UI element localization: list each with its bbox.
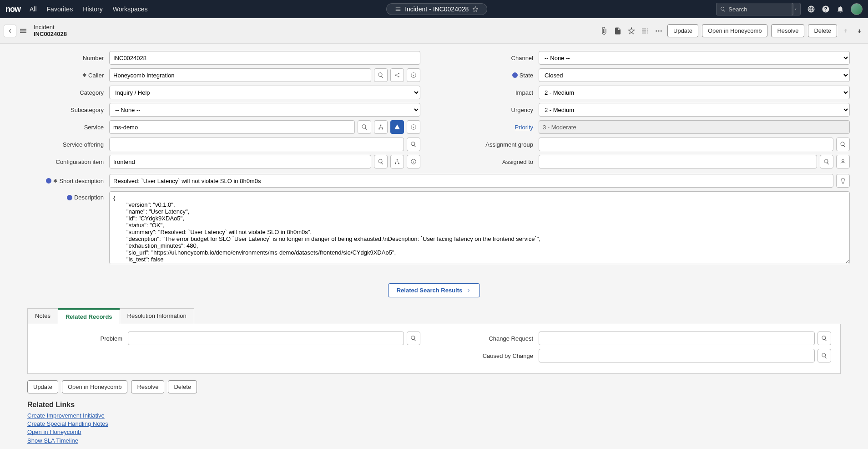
assigned-to-lookup[interactable] <box>820 155 833 168</box>
update-button[interactable]: Update <box>667 24 698 37</box>
tab-resolution-information[interactable]: Resolution Information <box>120 308 194 324</box>
subcategory-field[interactable]: -- None -- <box>109 103 420 117</box>
problem-lookup[interactable] <box>407 332 420 345</box>
settings-icon[interactable] <box>640 26 650 36</box>
update-button-bottom[interactable]: Update <box>27 380 58 393</box>
star-icon[interactable] <box>472 6 479 12</box>
related-links-title: Related Links <box>27 401 868 409</box>
more-icon[interactable] <box>654 26 664 36</box>
service-offering-lookup[interactable] <box>407 138 420 151</box>
prev-record[interactable] <box>841 26 851 36</box>
back-button[interactable] <box>4 25 16 37</box>
tab-notes[interactable]: Notes <box>27 308 58 324</box>
change-request-field[interactable] <box>539 332 815 345</box>
service-label: Service <box>18 124 109 131</box>
search-icon <box>378 72 384 78</box>
arrow-up-icon <box>843 28 849 34</box>
short-description-field[interactable] <box>109 174 833 188</box>
service-field[interactable] <box>109 120 355 134</box>
assigned-to-me[interactable] <box>836 155 850 168</box>
form-tabs: Notes Related Records Resolution Informa… <box>27 308 841 324</box>
category-field[interactable]: Inquiry / Help <box>109 86 420 99</box>
next-record[interactable] <box>854 26 864 36</box>
resolve-button-bottom[interactable]: Resolve <box>131 380 164 393</box>
impact-label: Impact <box>448 89 539 96</box>
assigned-to-field[interactable] <box>539 155 817 168</box>
description-field[interactable] <box>109 191 850 264</box>
bell-icon[interactable] <box>836 5 844 13</box>
info-icon <box>410 158 417 165</box>
state-field[interactable]: Closed <box>539 68 850 82</box>
ci-lookup[interactable] <box>374 155 388 168</box>
delete-button[interactable]: Delete <box>808 24 837 37</box>
global-search[interactable] <box>716 3 793 15</box>
search-icon <box>840 141 846 148</box>
short-desc-suggest[interactable] <box>836 174 850 188</box>
search-icon <box>823 158 830 165</box>
help-icon[interactable] <box>822 5 830 13</box>
service-lookup[interactable] <box>358 120 371 134</box>
svg-rect-12 <box>395 163 396 164</box>
search-icon <box>821 335 828 342</box>
nav-all[interactable]: All <box>30 5 37 13</box>
impact-field[interactable]: 2 - Medium <box>539 86 850 99</box>
ci-label: Configuration item <box>18 158 109 165</box>
avatar[interactable] <box>851 3 863 15</box>
caller-info[interactable] <box>407 68 420 82</box>
globe-icon[interactable] <box>807 5 815 13</box>
number-field[interactable] <box>109 51 420 65</box>
caused-by-change-lookup[interactable] <box>818 349 831 362</box>
delete-button-bottom[interactable]: Delete <box>168 380 197 393</box>
service-tree[interactable] <box>374 120 388 134</box>
change-request-lookup[interactable] <box>818 332 831 345</box>
caller-lookup[interactable] <box>374 68 388 82</box>
tab-body-related-records: Problem Change Request Caused by Change <box>27 324 841 374</box>
service-info[interactable] <box>407 120 420 134</box>
category-label: Category <box>18 89 109 96</box>
open-honeycomb-button[interactable]: Open in Honeycomb <box>702 24 768 37</box>
template-icon[interactable] <box>613 26 623 36</box>
resolve-button[interactable]: Resolve <box>771 24 804 37</box>
svg-point-5 <box>398 76 399 77</box>
assignment-group-field[interactable] <box>539 138 833 151</box>
service-alert[interactable] <box>390 120 404 134</box>
urgency-field[interactable]: 2 - Medium <box>539 103 850 117</box>
tab-related-records[interactable]: Related Records <box>58 308 120 324</box>
search-dropdown[interactable] <box>792 3 801 15</box>
service-offering-field[interactable] <box>109 138 404 151</box>
svg-point-4 <box>398 73 399 74</box>
caller-field[interactable] <box>109 68 371 82</box>
short-desc-label: Short description <box>59 178 104 184</box>
nav-workspaces[interactable]: Workspaces <box>113 5 148 13</box>
assignment-group-lookup[interactable] <box>836 138 850 151</box>
link-create-improvement-initiative[interactable]: Create Improvement Initiative <box>27 412 868 420</box>
problem-field[interactable] <box>128 332 404 345</box>
related-search-results-button[interactable]: Related Search Results <box>388 283 480 297</box>
open-honeycomb-button-bottom[interactable]: Open in Honeycomb <box>62 380 128 393</box>
alert-icon <box>394 124 400 130</box>
link-show-sla-timeline[interactable]: Show SLA Timeline <box>27 437 868 445</box>
caused-by-change-field[interactable] <box>539 349 815 362</box>
link-create-special-handling-notes[interactable]: Create Special Handling Notes <box>27 420 868 428</box>
priority-label[interactable]: Priority <box>515 124 533 131</box>
ci-tree[interactable] <box>390 155 404 168</box>
channel-field[interactable]: -- None -- <box>539 51 850 65</box>
assigned-to-label: Assigned to <box>448 158 539 165</box>
caller-label: Caller <box>88 72 104 79</box>
state-label: State <box>520 72 533 79</box>
attachment-icon[interactable] <box>599 26 609 36</box>
ci-info[interactable] <box>407 155 420 168</box>
link-open-in-honeycomb[interactable]: Open in Honeycomb <box>27 428 868 436</box>
nav-favorites[interactable]: Favorites <box>47 5 73 13</box>
caller-related[interactable] <box>390 68 404 82</box>
svg-rect-13 <box>398 163 399 164</box>
activity-icon[interactable] <box>626 26 636 36</box>
search-input[interactable] <box>728 6 789 13</box>
user-icon <box>840 158 846 165</box>
form-menu-icon[interactable] <box>20 26 29 36</box>
ci-field[interactable] <box>109 155 371 168</box>
record-pill[interactable]: Incident - INC0024028 <box>386 3 487 15</box>
search-icon <box>378 158 384 165</box>
nav-history[interactable]: History <box>83 5 103 13</box>
record-number-label: INC0024028 <box>34 31 67 37</box>
